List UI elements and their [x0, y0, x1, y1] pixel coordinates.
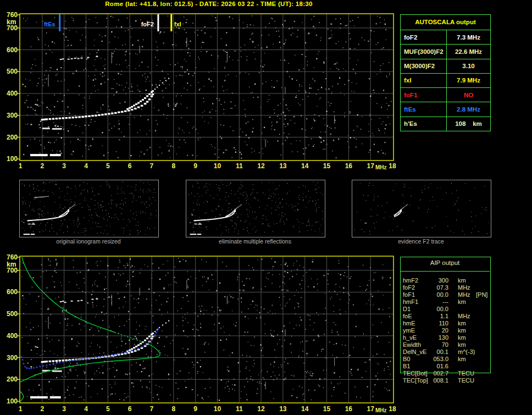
autoscala-output-table: AUTOSCALA output foF27.3 MHzMUF(3000)F22…: [400, 14, 491, 131]
autoscala-row-MUF(3000)F2: MUF(3000)F222.6 MHz: [401, 45, 490, 59]
x-axis-tick-6: 6: [123, 162, 137, 170]
x-axis-tick-14: 14: [298, 405, 312, 413]
y-axis-tick-760: 760: [1, 253, 18, 261]
autoscala-row-fxI: fxI7.9 MHz: [401, 74, 490, 88]
autoscala-label-ftEs: ftEs: [401, 102, 447, 116]
x-axis-tick-17: 17: [363, 162, 378, 170]
window-title: Rome (lat: +41.8, lon: 012.5) - DATE: 20…: [0, 1, 418, 7]
y-axis-unit-km: km: [7, 18, 16, 26]
y-axis-tick-760: 760: [1, 11, 18, 19]
x-axis-tick-5: 5: [101, 405, 115, 413]
aip-value-DelN_vE: 00.1: [415, 348, 448, 355]
x-axis-tick-10: 10: [210, 162, 224, 170]
autoscala-label-foF2: foF2: [401, 30, 447, 44]
y-axis-tick-700: 700: [1, 267, 18, 274]
autoscala-window: Rome (lat: +41.8, lon: 012.5) - DATE: 20…: [0, 0, 532, 415]
y-axis-tick-100: 100: [1, 155, 18, 163]
x-axis-tick-15: 15: [320, 405, 334, 413]
y-axis-tick-600: 600: [1, 288, 18, 296]
thumbnail-evidence-canvas: [352, 180, 490, 236]
autoscala-row-M(3000)F2: M(3000)F23.10: [401, 59, 490, 74]
autoscala-row-foF2: foF27.3 MHz: [401, 30, 490, 45]
aip-header-divider: [400, 271, 490, 272]
aip-value-Ewidth: 70: [415, 341, 448, 348]
autoscala-value-MUF(3000)F2: 22.6 MHz: [447, 45, 490, 58]
aip-unit-hmF2: km: [458, 277, 480, 284]
x-axis-tick-7: 7: [145, 405, 159, 413]
thumbnail-evidence-caption: evidence F2 trace: [352, 238, 490, 245]
aip-value-foF2: 07.3: [415, 284, 448, 291]
x-axis-unit-mhz: MHz: [375, 407, 387, 413]
aip-value-h_vE: 130: [415, 334, 448, 341]
x-axis-tick-17: 17: [363, 405, 378, 413]
y-axis-tick-300: 300: [1, 112, 18, 119]
aip-unit-DelN_vE: m^(-3): [458, 348, 480, 355]
aip-value-foE: 1.1: [415, 313, 448, 319]
aip-value-B1: 01.6: [415, 363, 448, 369]
autoscala-value-M(3000)F2: 3.10: [447, 59, 490, 73]
x-axis-tick-15: 15: [320, 162, 334, 170]
x-axis-tick-3: 3: [57, 162, 71, 170]
y-axis-tick-600: 600: [1, 46, 18, 54]
x-axis-tick-13: 13: [276, 405, 290, 413]
y-axis-tick-200: 200: [1, 134, 18, 141]
x-axis-tick-8: 8: [167, 162, 181, 170]
x-axis-tick-9: 9: [189, 162, 203, 170]
autoscala-table-title: AUTOSCALA output: [401, 15, 490, 30]
thumbnail-eliminate-canvas: [186, 180, 324, 236]
aip-value-D1: 00.0: [415, 306, 448, 312]
x-axis-tick-3: 3: [57, 405, 71, 413]
x-axis-tick-8: 8: [167, 405, 181, 413]
y-axis-tick-700: 700: [1, 24, 18, 32]
marker-fxI-label: fxI: [174, 21, 207, 27]
aip-unit-foE: MHz: [458, 313, 480, 319]
x-axis-tick-4: 4: [79, 162, 93, 170]
plot-bottom: [17, 256, 394, 403]
thumbnail-evidence-f2: [352, 180, 491, 237]
autoscala-row-ftEs: ftEs2.8 MHz: [401, 102, 490, 117]
x-axis-tick-11: 11: [232, 162, 246, 170]
aip-unit-hmE: km: [458, 320, 480, 327]
x-axis-tick-2: 2: [35, 162, 49, 170]
aip-unit-h_vE: km: [458, 334, 480, 341]
x-axis-tick-7: 7: [145, 162, 159, 170]
x-axis-tick-2: 2: [35, 405, 49, 413]
autoscala-label-foF1: foF1: [401, 88, 447, 102]
x-axis-tick-4: 4: [79, 405, 93, 413]
autoscala-label-fxI: fxI: [401, 74, 447, 87]
x-axis-tick-1: 1: [13, 162, 27, 170]
y-axis-tick-100: 100: [1, 397, 18, 405]
y-axis-tick-200: 200: [1, 375, 18, 383]
aip-table-title: AIP output: [400, 259, 490, 266]
x-axis-tick-16: 16: [341, 405, 356, 413]
x-axis-unit-mhz: MHz: [375, 164, 387, 170]
x-axis-tick-12: 12: [254, 405, 268, 413]
x-axis-tick-18: 18: [385, 405, 400, 413]
aip-extra-foF1: [PN]: [476, 291, 495, 298]
thumbnail-eliminate-caption: eliminate multiple reflections: [186, 238, 324, 245]
autoscala-value-fxI: 7.9 MHz: [447, 74, 490, 87]
y-axis-tick-500: 500: [1, 68, 18, 75]
x-axis-tick-5: 5: [101, 162, 115, 170]
autoscala-row-foF1: foF1NO: [401, 88, 490, 102]
aip-unit-Ewidth: km: [458, 341, 480, 348]
aip-unit-TEC[Top]: TECU: [458, 377, 480, 384]
aip-value-hmF1: ---: [415, 298, 448, 305]
thumbnail-original-canvas: [20, 180, 157, 236]
x-axis-tick-18: 18: [385, 162, 400, 170]
y-axis-unit-km: km: [7, 261, 16, 268]
aip-unit-ymE: km: [458, 327, 480, 334]
autoscala-label-h'Es: h'Es: [401, 117, 447, 131]
y-axis-tick-300: 300: [1, 354, 18, 362]
thumbnail-eliminate-reflections: [186, 180, 325, 237]
aip-unit-B0: km: [458, 356, 480, 362]
x-axis-tick-12: 12: [254, 162, 268, 170]
x-axis-tick-9: 9: [189, 405, 203, 413]
thumbnail-original-caption: original ionogram resized: [19, 238, 158, 245]
marker-ftEs-label: ftEs: [23, 21, 56, 27]
aip-value-TEC[Top]: 008.1: [415, 377, 448, 384]
y-axis-tick-400: 400: [1, 90, 18, 97]
aip-value-B0: 053.0: [415, 356, 448, 362]
aip-value-foF1: 00.0: [415, 291, 448, 298]
aip-value-hmF2: 300: [415, 277, 448, 284]
